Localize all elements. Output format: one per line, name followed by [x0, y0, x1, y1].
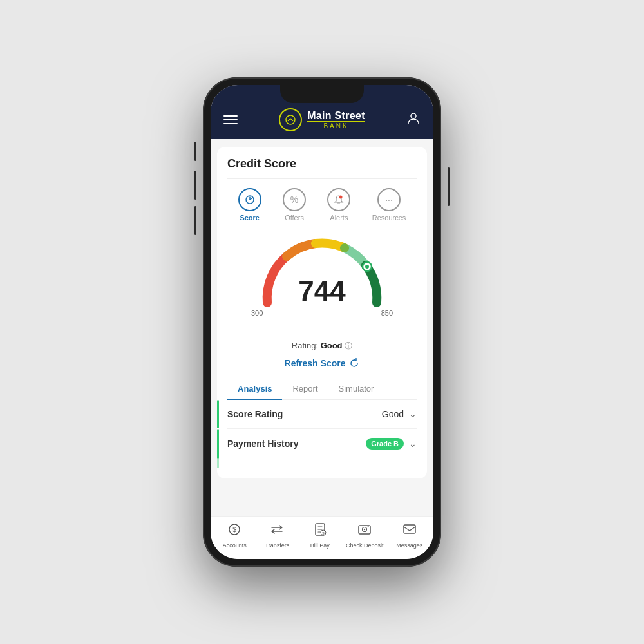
offers-tab-label: Offers: [285, 214, 304, 222]
alerts-tab-icon: [327, 188, 350, 211]
payment-history-label: Payment History: [227, 439, 298, 449]
title-divider: [227, 178, 417, 179]
score-tab-icon: [238, 188, 261, 211]
tab-simulator[interactable]: Simulator: [328, 379, 384, 400]
nav-accounts[interactable]: $ Accounts: [218, 522, 251, 549]
accounts-icon: $: [227, 522, 242, 540]
bank-logo: Main Street BANK: [279, 108, 365, 131]
bill-pay-icon: $: [313, 522, 327, 540]
logo-main: Main Street: [307, 110, 365, 122]
rating-value: Good: [321, 341, 343, 350]
tab-resources[interactable]: ··· Resources: [372, 188, 406, 222]
main-content: Credit Score Score: [211, 139, 433, 516]
svg-point-6: [339, 196, 343, 199]
phone-frame: Main Street BANK Credit Score: [203, 77, 441, 567]
score-rating-right: Good ⌄: [382, 409, 417, 419]
tab-report[interactable]: Report: [282, 379, 328, 400]
tab-analysis[interactable]: Analysis: [227, 379, 282, 400]
credit-score-value: 744: [298, 275, 345, 307]
mute-button: [194, 142, 196, 161]
score-tab-label: Score: [240, 214, 260, 222]
credit-tabs: Score % Offers: [227, 188, 417, 222]
rating-label: Rating:: [292, 341, 318, 350]
transfers-label: Transfers: [265, 542, 290, 549]
info-icon[interactable]: ⓘ: [345, 341, 352, 350]
svg-point-1: [411, 113, 416, 118]
logo-icon: [279, 108, 302, 131]
accounts-label: Accounts: [223, 542, 247, 549]
svg-point-16: [364, 529, 365, 530]
hamburger-menu[interactable]: [223, 115, 238, 124]
credit-score-title: Credit Score: [227, 157, 417, 171]
tab-score[interactable]: Score: [238, 188, 261, 222]
nav-check-deposit[interactable]: Check Deposit: [346, 522, 384, 549]
bottom-navigation: $ Accounts Transfers: [211, 516, 433, 559]
bill-pay-label: Bill Pay: [310, 542, 330, 549]
score-rating-chevron: ⌄: [409, 409, 417, 419]
svg-point-8: [365, 265, 369, 269]
credit-score-card: Credit Score Score: [217, 147, 427, 478]
check-deposit-icon: [357, 522, 372, 540]
volume-up-button: [194, 171, 196, 200]
logo-sub: BANK: [307, 121, 365, 129]
resources-tab-icon: ···: [377, 188, 401, 211]
analysis-tabs: Analysis Report Simulator: [227, 379, 417, 400]
volume-down-button: [194, 206, 196, 235]
notch: [280, 85, 364, 103]
score-rating-value: Good: [382, 409, 404, 419]
offers-tab-icon: %: [283, 188, 306, 211]
messages-label: Messages: [396, 542, 422, 549]
payment-history-badge: Grade B: [366, 438, 404, 450]
credit-gauge: 300 850 744 Rating: Good ⓘ: [227, 232, 417, 352]
check-deposit-label: Check Deposit: [346, 542, 384, 549]
user-profile-icon[interactable]: [406, 111, 421, 129]
refresh-icon: [349, 358, 359, 368]
logo-text: Main Street BANK: [307, 110, 365, 130]
payment-history-chevron: ⌄: [409, 439, 417, 449]
nav-bill-pay[interactable]: $ Bill Pay: [303, 522, 337, 549]
messages-icon: [402, 522, 417, 540]
gauge-min: 300: [251, 309, 263, 317]
gauge-max: 850: [381, 309, 393, 317]
gauge-labels: 300 850: [251, 309, 393, 317]
refresh-score-button[interactable]: Refresh Score: [227, 358, 417, 368]
alerts-tab-label: Alerts: [330, 214, 348, 222]
score-rating-label: Score Rating: [227, 409, 283, 419]
tab-offers[interactable]: % Offers: [283, 188, 306, 222]
transfers-icon: [270, 522, 284, 540]
power-button: [448, 167, 450, 206]
score-rating-row[interactable]: Score Rating Good ⌄: [227, 400, 417, 429]
nav-messages[interactable]: Messages: [393, 522, 426, 549]
credit-rating: Rating: Good ⓘ: [292, 341, 352, 352]
phone-screen: Main Street BANK Credit Score: [211, 85, 433, 559]
resources-tab-label: Resources: [372, 214, 406, 222]
svg-text:$: $: [232, 526, 236, 533]
refresh-score-label: Refresh Score: [285, 358, 346, 368]
tab-alerts[interactable]: Alerts: [327, 188, 350, 222]
third-row-hint: [217, 459, 417, 468]
svg-rect-18: [404, 525, 415, 533]
payment-history-right: Grade B ⌄: [366, 438, 417, 450]
nav-transfers[interactable]: Transfers: [260, 522, 294, 549]
payment-history-row[interactable]: Payment History Grade B ⌄: [227, 429, 417, 459]
svg-point-0: [286, 115, 295, 124]
